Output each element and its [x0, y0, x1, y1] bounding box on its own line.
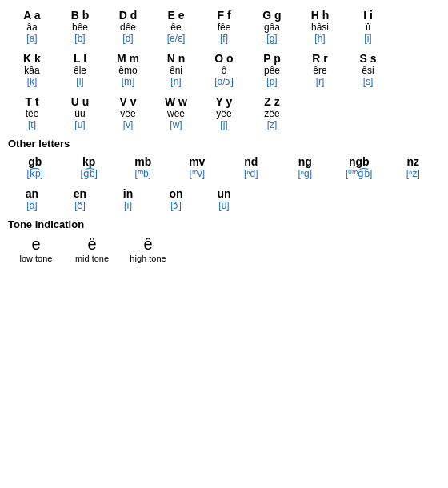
letter-cell: Z zzêe[z] — [248, 93, 296, 133]
letter-big: N n — [154, 52, 198, 65]
letter-name: êe — [154, 22, 198, 33]
letter-ipa: [f] — [202, 33, 246, 44]
letter-ipa: [s] — [346, 76, 390, 87]
letter-cell: Y yyêe[j] — [200, 93, 248, 133]
letter-big: T t — [10, 95, 54, 108]
other-letter-cell: ngb[⁰ᵐg͡b] — [332, 153, 386, 182]
vowel-big: un — [202, 187, 246, 200]
letter-cell: I iïï[i] — [344, 6, 392, 46]
letter-big: L l — [58, 52, 102, 65]
letter-big: V v — [106, 95, 150, 108]
alphabet-grid-row2: K kkâa[k]L lêle[l]M mêmo[m]N nêni[n]O oô… — [8, 50, 440, 90]
tone-label: low tone — [10, 254, 62, 263]
tone-letter: ê — [122, 235, 174, 254]
letter-big: Y y — [202, 95, 246, 108]
letter-name: zêe — [250, 108, 294, 119]
letter-name: kâa — [10, 65, 54, 76]
letter-big: W w — [154, 95, 198, 108]
other-letter-ipa: [ⁿd] — [226, 168, 277, 179]
vowel-cell — [392, 185, 440, 214]
letter-name: fêe — [202, 22, 246, 33]
other-letter-cell: ng[ⁿg] — [278, 153, 333, 182]
other-letters-section: Other letters gb[k͡p]kp[g͡b]mb[ᵐb]mv[ᵐv]… — [8, 138, 440, 182]
letter-cell: S sêsi[s] — [344, 50, 392, 90]
letter-cell — [344, 93, 392, 133]
letter-name: ûu — [58, 108, 102, 119]
letter-name: ô — [202, 65, 246, 76]
other-letter-big: ng — [280, 155, 331, 168]
letter-name: êre — [298, 65, 342, 76]
vowel-big: en — [58, 187, 102, 200]
tone-section: Tone indication elow toneëmid toneêhigh … — [8, 218, 440, 265]
vowel-cell: en[ẽ] — [56, 185, 104, 214]
letter-big: S s — [346, 52, 390, 65]
other-letter-ipa: [ⁿz] — [388, 168, 439, 179]
tone-letter: ë — [66, 235, 118, 254]
vowels-grid: an[ã]en[ẽ]in[ĩ]on[ɔ̃]un[ũ] — [8, 185, 440, 214]
tone-cell: ëmid tone — [64, 234, 120, 265]
letter-big: H h — [298, 9, 342, 22]
letter-big: Z z — [250, 95, 294, 108]
other-letters-grid: gb[k͡p]kp[g͡b]mb[ᵐb]mv[ᵐv]nd[ⁿd]ng[ⁿg]ng… — [8, 153, 440, 182]
other-letter-ipa: [ⁿg] — [280, 168, 331, 179]
letter-name: âa — [10, 22, 54, 33]
alphabet-grid-row3: T ttêe[t]U uûu[u]V vvêe[v]W wwêe[w]Y yyê… — [8, 93, 440, 133]
letter-cell: M mêmo[m] — [104, 50, 152, 90]
vowel-cell: in[ĩ] — [104, 185, 152, 214]
letter-big: M m — [106, 52, 150, 65]
letter-name: yêe — [202, 108, 246, 119]
tone-cell: elow tone — [8, 234, 64, 265]
letter-cell: L lêle[l] — [56, 50, 104, 90]
letter-big: F f — [202, 9, 246, 22]
letter-name: bêe — [58, 22, 102, 33]
other-letter-cell: kp[g͡b] — [62, 153, 117, 182]
letter-ipa: [v] — [106, 119, 150, 130]
letter-cell — [296, 93, 344, 133]
letter-ipa: [h] — [298, 33, 342, 44]
letter-ipa: [m] — [106, 76, 150, 87]
letter-big: G g — [250, 9, 294, 22]
letter-ipa: [w] — [154, 119, 198, 130]
letter-cell: V vvêe[v] — [104, 93, 152, 133]
letter-cell — [392, 50, 440, 90]
letter-big: A a — [10, 9, 54, 22]
alphabet-section: A aâa[a]B bbêe[b]D ddêe[d]E eêe[e/ɛ]F ff… — [8, 6, 440, 133]
other-letter-cell: nd[ⁿd] — [224, 153, 278, 182]
vowel-big: in — [106, 187, 150, 200]
letter-big: K k — [10, 52, 54, 65]
vowel-cell — [344, 185, 392, 214]
letter-big: O o — [202, 52, 246, 65]
letter-name: êsi — [346, 65, 390, 76]
letter-ipa: [k] — [10, 76, 54, 87]
vowel-cell — [296, 185, 344, 214]
letter-cell — [392, 93, 440, 133]
letter-big: E e — [154, 9, 198, 22]
letter-cell: K kkâa[k] — [8, 50, 56, 90]
letter-ipa: [t] — [10, 119, 54, 130]
vowel-big: an — [10, 187, 54, 200]
letter-ipa: [j] — [202, 119, 246, 130]
other-letter-cell: mv[ᵐv] — [170, 153, 225, 182]
letter-ipa: [o/ɔ] — [202, 76, 246, 87]
tone-label: high tone — [122, 254, 174, 263]
letter-name: êni — [154, 65, 198, 76]
other-letter-ipa: [ᵐb] — [118, 168, 169, 179]
letter-big: P p — [250, 52, 294, 65]
letter-name: têe — [10, 108, 54, 119]
other-letter-ipa: [ᵐv] — [172, 168, 223, 179]
letter-ipa: [n] — [154, 76, 198, 87]
letter-cell: G ggâa[g] — [248, 6, 296, 46]
vowel-ipa: [ẽ] — [58, 200, 102, 211]
vowels-section: an[ã]en[ẽ]in[ĩ]on[ɔ̃]un[ũ] — [8, 185, 440, 214]
letter-name: êle — [58, 65, 102, 76]
letter-cell: T ttêe[t] — [8, 93, 56, 133]
letter-cell: H hhâsi[h] — [296, 6, 344, 46]
vowel-cell — [248, 185, 296, 214]
letter-cell: F ffêe[f] — [200, 6, 248, 46]
letter-ipa: [i] — [346, 33, 390, 44]
letter-cell: B bbêe[b] — [56, 6, 104, 46]
other-letter-ipa: [⁰ᵐg͡b] — [334, 168, 385, 179]
other-letter-big: mv — [172, 155, 223, 168]
vowel-cell: on[ɔ̃] — [152, 185, 200, 214]
letter-ipa: [r] — [298, 76, 342, 87]
